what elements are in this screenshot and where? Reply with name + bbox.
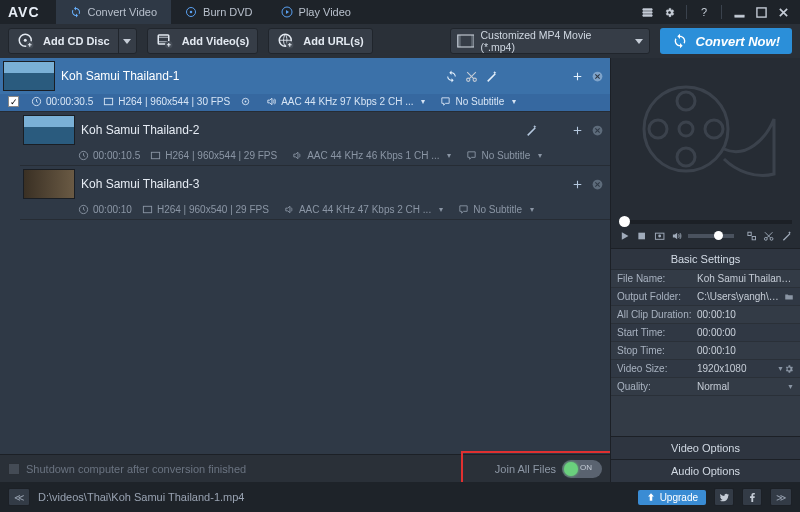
basic-settings-header: Basic Settings [611,248,800,270]
clip-row[interactable]: Koh Samui Thailand-1 ✓ 00:00:30.5 H264 |… [0,58,610,112]
folder-icon[interactable] [784,292,794,302]
facebook-button[interactable] [742,488,762,506]
remove-clip-button[interactable] [590,177,604,191]
film-icon [103,96,114,107]
join-files-toggle[interactable]: ON [562,460,602,478]
arrow-up-icon [646,492,656,502]
add-clip-button[interactable] [570,177,584,191]
remove-clip-button[interactable] [590,123,604,137]
join-files-label: Join All Files [495,463,556,475]
stop-time-value[interactable]: 00:00:10 [697,345,794,356]
volume-slider[interactable] [688,234,733,238]
speaker-icon [292,150,303,161]
gear-icon[interactable] [784,364,794,374]
plus-icon [571,124,584,137]
chevron-down-icon[interactable]: ▼ [787,383,794,390]
snapshot-button[interactable] [654,230,665,242]
convert-now-button[interactable]: Convert Now! [660,28,793,54]
refresh-button[interactable] [444,69,458,83]
stop-button[interactable] [636,230,647,242]
add-videos-button[interactable]: Add Video(s) [147,28,259,54]
quality-value[interactable]: Normal [697,381,783,392]
preview-scrubber[interactable] [619,220,792,224]
clip-checkbox[interactable]: ✓ [8,96,19,107]
upgrade-button[interactable]: Upgrade [638,490,706,505]
clip-duration: 00:00:10.5 [78,150,140,161]
svg-point-31 [677,148,695,166]
close-button[interactable] [774,3,792,21]
svg-rect-24 [152,152,160,158]
button-label: Add URL(s) [303,35,364,47]
button-label: Add Video(s) [182,35,250,47]
tab-convert-video[interactable]: Convert Video [56,0,172,24]
film-icon [142,204,153,215]
output-format-selector[interactable]: Customized MP4 Movie (*.mp4) [450,28,650,54]
shutdown-checkbox[interactable] [8,463,20,475]
chevron-down-icon [123,39,131,44]
refresh-icon [70,6,82,18]
film-icon [150,150,161,161]
effects-button[interactable] [484,69,498,83]
settings-button[interactable] [660,3,678,21]
setting-label: Video Size: [617,363,697,374]
effects-button[interactable] [524,123,538,137]
subtitle-icon [466,150,477,161]
clip-audio-selector[interactable]: AAC 44 KHz 46 Kbps 1 CH ... [287,150,451,161]
svg-point-28 [644,87,728,171]
facebook-icon [747,492,758,503]
clip-row[interactable]: Koh Samui Thailand-3 00:00:10 H264 | 960… [20,166,610,220]
close-circle-icon [591,124,604,137]
clip-row[interactable]: Koh Samui Thailand-2 00:00:10.5 H264 | 9… [20,112,610,166]
add-clip-button[interactable] [570,123,584,137]
tab-label: Burn DVD [203,6,253,18]
close-circle-icon [591,70,604,83]
add-urls-button[interactable]: Add URL(s) [268,28,373,54]
menu-button[interactable] [638,3,656,21]
cut-button[interactable] [464,69,478,83]
scissors-icon [465,70,478,83]
video-options-button[interactable]: Video Options [611,436,800,459]
setting-label: Output Folder: [617,291,697,302]
video-size-value[interactable]: 1920x1080 [697,363,773,374]
file-name-value[interactable]: Koh Samui Thailand-1 [697,273,794,284]
twitter-button[interactable] [714,488,734,506]
clip-subtitle-selector[interactable]: No Subtitle [435,96,516,107]
help-button[interactable]: ? [695,3,713,21]
basic-settings: File Name:Koh Samui Thailand-1 Output Fo… [611,270,800,436]
tab-burn-dvd[interactable]: Burn DVD [171,0,267,24]
tab-label: Convert Video [88,6,158,18]
clip-audio-selector[interactable]: AAC 44 KHz 47 Kbps 2 CH ... [279,204,443,215]
clip-video-info: H264 | 960x544 | 29 FPS [150,150,277,161]
setting-label: File Name: [617,273,697,284]
add-cd-disc-button[interactable]: Add CD Disc [8,28,137,54]
clip-subtitle-selector[interactable]: No Subtitle [461,150,542,161]
refresh-icon [445,70,458,83]
cut-button[interactable] [763,230,774,242]
maximize-button[interactable] [752,3,770,21]
tab-play-video[interactable]: Play Video [267,0,365,24]
format-label: Customized MP4 Movie (*.mp4) [480,29,628,53]
remove-clip-button[interactable] [590,69,604,83]
add-clip-button[interactable] [570,69,584,83]
play-button[interactable] [619,230,630,242]
button-label: Convert Now! [696,34,781,49]
start-time-value[interactable]: 00:00:00 [697,327,794,338]
svg-rect-37 [748,232,751,235]
button-label: Add CD Disc [43,35,110,47]
clip-audio-selector[interactable]: AAC 44 KHz 97 Kbps 2 CH ... [261,96,425,107]
volume-button[interactable] [671,230,682,242]
clip-subtitle-selector[interactable]: No Subtitle [453,204,534,215]
clip-list: Koh Samui Thailand-1 ✓ 00:00:30.5 H264 |… [0,58,610,482]
prev-button[interactable]: ≪ [8,488,30,506]
audio-options-button[interactable]: Audio Options [611,459,800,482]
app-logo: AVC [8,4,40,20]
next-button[interactable]: ≫ [770,488,792,506]
svg-point-33 [705,120,723,138]
chevron-down-icon[interactable]: ▼ [777,365,784,372]
svg-rect-14 [471,35,474,47]
effects-button[interactable] [781,230,792,242]
clip-playback-icon[interactable] [240,96,251,107]
tab-label: Play Video [299,6,351,18]
minimize-button[interactable] [730,3,748,21]
detach-button[interactable] [746,230,757,242]
